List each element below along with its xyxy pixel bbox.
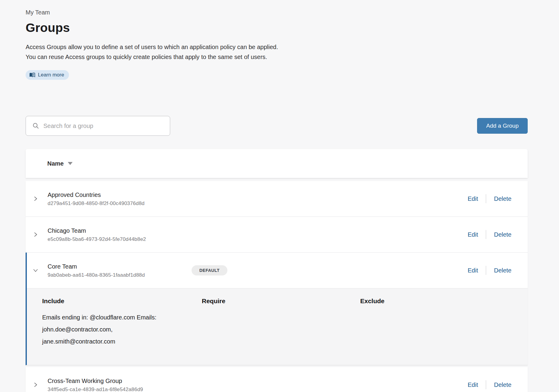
search-input[interactable] bbox=[26, 116, 170, 136]
expand-toggle[interactable] bbox=[32, 195, 39, 203]
edit-link[interactable]: Edit bbox=[468, 231, 478, 238]
include-rule: Emails ending in: @cloudflare.com bbox=[42, 314, 135, 321]
column-header-name[interactable]: Name bbox=[47, 160, 73, 167]
group-id: e5c09a8b-5ba6-4973-92d4-5fe70d44b8e2 bbox=[48, 236, 186, 242]
group-id: d279a451-9d08-4850-8f2f-00c490376d8d bbox=[48, 201, 186, 207]
include-column: Include Emails ending in: @cloudflare.co… bbox=[42, 297, 202, 347]
delete-link[interactable]: Delete bbox=[494, 195, 511, 202]
page-description: Access Groups allow you to define a set … bbox=[26, 42, 528, 62]
group-row-cross-team-working-group: Cross-Team Working Group 34ff5ed5-ca1e-4… bbox=[26, 367, 528, 392]
action-divider bbox=[486, 230, 486, 239]
group-row-core-team-expanded: Core Team 9ab0abeb-aa61-480a-8365-1faaab… bbox=[26, 253, 528, 365]
require-column: Require bbox=[202, 297, 360, 347]
action-divider bbox=[486, 194, 486, 203]
group-name: Cross-Team Working Group bbox=[48, 377, 186, 384]
name-block: Core Team 9ab0abeb-aa61-480a-8365-1faaab… bbox=[48, 263, 186, 278]
delete-link[interactable]: Delete bbox=[494, 231, 511, 238]
main-content: My Team Groups Access Groups allow you t… bbox=[26, 0, 528, 392]
collapse-toggle[interactable] bbox=[32, 266, 39, 274]
include-header: Include bbox=[42, 297, 202, 305]
expand-toggle[interactable] bbox=[32, 381, 39, 389]
chevron-down-icon bbox=[32, 268, 39, 273]
triangle-down-icon bbox=[68, 162, 73, 165]
name-block: Approved Countries d279a451-9d08-4850-8f… bbox=[48, 191, 186, 207]
group-id: 9ab0abeb-aa61-480a-8365-1faaabf1d88d bbox=[48, 272, 186, 278]
group-name: Approved Countries bbox=[48, 191, 186, 198]
chevron-right-icon bbox=[33, 381, 38, 388]
search-wrap bbox=[26, 116, 170, 136]
delete-link[interactable]: Delete bbox=[494, 267, 511, 274]
groups-table: Name Approved Countries d279a451-9d08-48… bbox=[26, 149, 528, 392]
page-title: Groups bbox=[26, 21, 528, 35]
group-name: Core Team bbox=[48, 263, 186, 270]
exclude-column: Exclude bbox=[360, 297, 528, 347]
edit-link[interactable]: Edit bbox=[468, 381, 478, 388]
group-rows: Approved Countries d279a451-9d08-4850-8f… bbox=[26, 181, 528, 365]
group-name: Chicago Team bbox=[48, 227, 186, 234]
group-row: Cross-Team Working Group 34ff5ed5-ca1e-4… bbox=[26, 367, 528, 392]
delete-link[interactable]: Delete bbox=[494, 381, 511, 388]
group-row-chicago-team: Chicago Team e5c09a8b-5ba6-4973-92d4-5fe… bbox=[26, 217, 528, 253]
group-details-panel: Include Emails ending in: @cloudflare.co… bbox=[27, 288, 528, 365]
book-icon bbox=[29, 73, 35, 77]
name-block: Cross-Team Working Group 34ff5ed5-ca1e-4… bbox=[48, 377, 186, 392]
name-block: Chicago Team e5c09a8b-5ba6-4973-92d4-5fe… bbox=[48, 227, 186, 242]
group-row: Approved Countries d279a451-9d08-4850-8f… bbox=[26, 181, 528, 216]
expand-toggle[interactable] bbox=[32, 231, 39, 238]
exclude-header: Exclude bbox=[360, 297, 528, 305]
chevron-right-icon bbox=[33, 195, 38, 202]
name-header-label: Name bbox=[47, 160, 64, 167]
group-row: Core Team 9ab0abeb-aa61-480a-8365-1faaab… bbox=[27, 253, 528, 288]
chevron-right-icon bbox=[33, 231, 38, 238]
group-row-approved-countries: Approved Countries d279a451-9d08-4850-8f… bbox=[26, 181, 528, 217]
edit-link[interactable]: Edit bbox=[468, 267, 478, 274]
default-badge: DEFAULT bbox=[192, 265, 227, 275]
group-id: 34ff5ed5-ca1e-4839-ad1a-6f8e542a86d9 bbox=[48, 387, 186, 392]
include-rules: Emails ending in: @cloudflare.com Emails… bbox=[42, 311, 202, 347]
learn-more-button[interactable]: Learn more bbox=[26, 70, 69, 80]
action-divider bbox=[486, 266, 486, 275]
edit-link[interactable]: Edit bbox=[468, 195, 478, 202]
row-actions: Edit Delete bbox=[468, 266, 528, 275]
add-group-button[interactable]: Add a Group bbox=[477, 118, 528, 134]
description-line-1: Access Groups allow you to define a set … bbox=[26, 42, 528, 52]
description-line-2: You can reuse Access groups to quickly c… bbox=[26, 52, 528, 62]
toolbar: Add a Group bbox=[26, 116, 528, 136]
breadcrumb: My Team bbox=[26, 0, 528, 16]
row-actions: Edit Delete bbox=[468, 230, 528, 239]
group-row: Chicago Team e5c09a8b-5ba6-4973-92d4-5fe… bbox=[26, 217, 528, 252]
row-actions: Edit Delete bbox=[468, 194, 528, 203]
require-header: Require bbox=[202, 297, 360, 305]
table-header: Name bbox=[26, 149, 528, 178]
row-actions: Edit Delete bbox=[468, 380, 528, 389]
learn-more-label: Learn more bbox=[38, 72, 64, 78]
action-divider bbox=[486, 380, 486, 389]
